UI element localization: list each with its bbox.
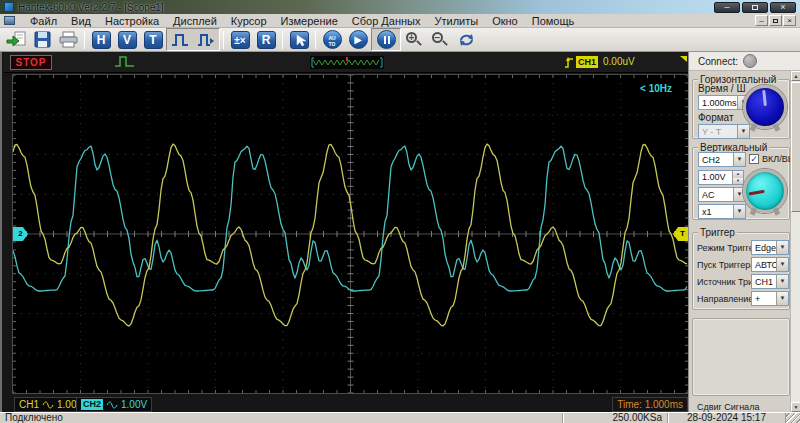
trigger-panel-button[interactable]: T: [141, 29, 165, 50]
zoom-out-button[interactable]: −: [428, 29, 452, 50]
channel-readout-bar: CH1 1.00V CH2 1.00V Time: 1.000ms: [12, 397, 689, 412]
ac-coupling-icon: [42, 401, 54, 409]
maximize-button[interactable]: [742, 2, 768, 13]
connection-led: [743, 54, 757, 68]
cursor-button[interactable]: [287, 29, 311, 50]
scroll-down-arrow[interactable]: ▼: [791, 402, 800, 412]
trigger-slope-select[interactable]: +▼: [751, 291, 789, 306]
horizontal-knob[interactable]: [743, 85, 787, 129]
menu-window[interactable]: Окно: [485, 15, 525, 27]
horizontal-position-preview[interactable]: [310, 56, 384, 69]
pause-button[interactable]: [374, 29, 398, 50]
reference-button[interactable]: R: [254, 29, 278, 50]
print-button[interactable]: [56, 29, 80, 50]
channel-select[interactable]: CH2▼: [698, 152, 746, 167]
menu-setup[interactable]: Настройка: [98, 15, 166, 27]
print-icon: [59, 31, 78, 48]
refresh-icon: [457, 31, 476, 48]
trigger-source-label: Источник Тригг: [697, 277, 757, 287]
trigger-frequency-readout: < 10Hz: [640, 83, 672, 94]
horizontal-panel-button[interactable]: H: [89, 29, 113, 50]
ac-coupling-icon: [106, 401, 118, 409]
resize-grip[interactable]: [786, 413, 800, 423]
signal-shift-label: Сдвиг Сигнала: [697, 402, 759, 412]
continuous-capture-button[interactable]: [194, 29, 218, 50]
coupling-select[interactable]: AC▼: [698, 187, 746, 202]
toolbar: H V T ±× R: [0, 28, 800, 52]
menu-help[interactable]: Помощь: [525, 15, 582, 27]
menubar: Файл Вид Настройка Дисплей Курсор Измере…: [0, 14, 800, 28]
single-capture-button[interactable]: [168, 29, 192, 50]
probe-select[interactable]: x1▼: [698, 204, 746, 219]
self-calibration-button[interactable]: [454, 29, 478, 50]
close-button[interactable]: ×: [770, 2, 796, 13]
trigger-level-readout: 0.00uV: [603, 56, 635, 68]
minimize-button[interactable]: –: [714, 2, 740, 13]
volts-div-stepper[interactable]: 1.00V ▲▼: [698, 170, 744, 185]
menu-acquire[interactable]: Сбор Данных: [345, 15, 428, 27]
app-window: Hantek-6000 Ver2.2.7 - [Scope1] – × Файл…: [0, 0, 800, 423]
format-select[interactable]: Y - T▼: [698, 124, 750, 139]
scope-window: STOP CH1 0.00uV < 10Hz 2 T: [0, 52, 688, 412]
statusbar: Подключено 250.00KSa 28-09-2024 15:17: [0, 412, 800, 423]
trigger-source-select[interactable]: CH1▼: [751, 274, 789, 289]
menu-utilities[interactable]: Утилиты: [427, 15, 485, 27]
open-button[interactable]: [4, 29, 28, 50]
trigger-sweep-select[interactable]: АВТО▼: [751, 257, 789, 272]
panel-scrollbar[interactable]: ▲ ▼: [790, 71, 800, 412]
timebase-readout: Time: 1.000ms: [612, 397, 688, 412]
control-panel: Connect: Горизонтальный Время / Ш 1.000m…: [688, 52, 800, 412]
run-button[interactable]: ▶: [346, 29, 370, 50]
math-button[interactable]: ±×: [228, 29, 252, 50]
menu-cursor[interactable]: Курсор: [224, 15, 274, 27]
acquisition-mode-icon: [114, 55, 136, 69]
child-close-button[interactable]: ×: [783, 15, 796, 26]
scroll-thumb[interactable]: [791, 82, 800, 212]
connect-label: Connect:: [698, 56, 738, 67]
zoom-in-button[interactable]: +: [402, 29, 426, 50]
open-icon: [6, 31, 26, 48]
ch2-readout[interactable]: CH2 1.00V: [76, 397, 152, 412]
format-label: Формат: [698, 112, 734, 123]
trigger-mode-select[interactable]: Edge▼: [751, 240, 789, 255]
pulse-arrow-icon: [197, 32, 215, 48]
play-icon: ▶: [349, 30, 368, 49]
time-div-label: Время / Ш: [698, 83, 746, 94]
scope-window-icon[interactable]: [4, 16, 15, 25]
run-stop-indicator[interactable]: STOP: [10, 55, 52, 70]
pause-icon: [377, 30, 396, 49]
trigger-position-marker[interactable]: [680, 56, 687, 62]
scroll-up-arrow[interactable]: ▲: [791, 71, 800, 81]
save-button[interactable]: [30, 29, 54, 50]
datetime: 28-09-2024 15:17: [668, 413, 786, 423]
waveform-display: < 10Hz 2 T: [12, 74, 689, 394]
menu-file[interactable]: Файл: [23, 15, 64, 27]
window-title: Hantek-6000 Ver2.2.7 - [Scope1]: [18, 2, 164, 13]
workspace: STOP CH1 0.00uV < 10Hz 2 T: [0, 52, 800, 412]
cursor-arrow-icon: [292, 33, 309, 49]
save-icon: [34, 31, 51, 48]
titlebar: Hantek-6000 Ver2.2.7 - [Scope1] – ×: [0, 0, 800, 14]
toolbar-separator: [223, 31, 224, 49]
trigger-source-badge: CH1: [576, 56, 598, 68]
zoom-out-icon: −: [431, 31, 449, 49]
sample-rate: 250.00KSa: [563, 413, 668, 423]
toolbar-separator: [282, 31, 283, 49]
trigger-sweep-label: Пуск Триггера: [697, 260, 757, 270]
zoom-in-icon: +: [405, 31, 423, 49]
connect-row: Connect:: [689, 52, 800, 71]
child-restore-button[interactable]: [769, 15, 782, 26]
autoset-button[interactable]: AU TO: [320, 29, 344, 50]
vertical-knob[interactable]: [743, 169, 787, 213]
app-icon: [4, 2, 14, 12]
vertical-panel-button[interactable]: V: [115, 29, 139, 50]
pulse-icon: [171, 32, 189, 48]
toolbar-separator: [84, 31, 85, 49]
trigger-mode-label: Режим Триггера: [697, 243, 757, 253]
trigger-slope-label: Направление Тр: [697, 294, 757, 304]
child-minimize-button[interactable]: –: [755, 15, 768, 26]
menu-view[interactable]: Вид: [64, 15, 98, 27]
menu-display[interactable]: Дисплей: [166, 15, 224, 27]
menu-measure[interactable]: Измерение: [274, 15, 345, 27]
channel-enable-checkbox[interactable]: ✓ ВКЛ/ВЫ: [749, 154, 796, 164]
